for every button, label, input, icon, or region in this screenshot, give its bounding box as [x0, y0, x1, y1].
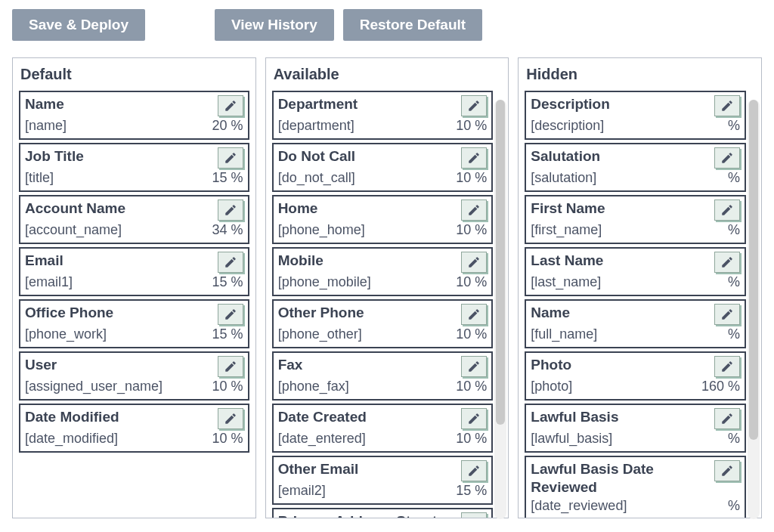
pencil-icon[interactable]	[461, 147, 487, 169]
field-tech-name: [lawful_basis]	[531, 431, 612, 447]
field-label: Email	[25, 252, 68, 270]
field-item[interactable]: Mobile[phone_mobile]10 %	[272, 247, 494, 296]
field-item[interactable]: Salutation[salutation]%	[525, 143, 746, 192]
pencil-icon[interactable]	[461, 200, 487, 221]
save-deploy-button[interactable]: Save & Deploy	[12, 9, 145, 41]
field-item[interactable]: Account Name[account_name]34 %	[19, 195, 249, 244]
pencil-icon[interactable]	[714, 147, 740, 169]
pencil-icon[interactable]	[218, 304, 243, 325]
pencil-icon[interactable]	[714, 460, 740, 481]
field-tech-name: [last_name]	[531, 274, 601, 290]
field-item[interactable]: Lawful Basis[lawful_basis]%	[525, 404, 746, 453]
field-width-pct: 10 %	[456, 118, 487, 134]
field-tech-name: [department]	[278, 118, 354, 134]
field-list[interactable]: Name[name]20 %Job Title[title]15 %Accoun…	[19, 91, 249, 453]
field-tech-name: [phone_fax]	[278, 379, 349, 394]
field-label: First Name	[531, 200, 609, 218]
field-item[interactable]: Primary Address Street	[272, 508, 494, 518]
pencil-icon[interactable]	[461, 304, 487, 325]
field-list[interactable]: Department[department]10 %Do Not Call[do…	[272, 91, 494, 518]
field-item[interactable]: Date Created[date_entered]10 %	[272, 404, 494, 453]
restore-default-button[interactable]: Restore Default	[343, 9, 482, 41]
field-width-pct: 10 %	[212, 431, 243, 447]
pencil-icon[interactable]	[714, 408, 740, 429]
field-tech-name: [photo]	[531, 379, 572, 394]
field-item[interactable]: Date Modified[date_modified]10 %	[19, 404, 249, 453]
field-tech-name: [email1]	[25, 274, 73, 290]
field-label: Name	[25, 95, 69, 113]
field-item[interactable]: Do Not Call[do_not_call]10 %	[272, 143, 494, 192]
pencil-icon[interactable]	[714, 95, 740, 116]
field-width-pct: %	[728, 431, 740, 447]
pencil-icon[interactable]	[218, 252, 243, 273]
field-label: Description	[531, 95, 615, 113]
pencil-icon[interactable]	[461, 408, 487, 429]
field-tech-name: [date_entered]	[278, 431, 366, 447]
field-width-pct: 15 %	[212, 170, 243, 186]
pencil-icon[interactable]	[218, 408, 243, 429]
pencil-icon[interactable]	[461, 356, 487, 377]
field-item[interactable]: User[assigned_user_name]10 %	[19, 351, 249, 401]
field-item[interactable]: Fax[phone_fax]10 %	[272, 351, 494, 401]
field-list[interactable]: Description[description]%Salutation[salu…	[525, 91, 746, 518]
field-tech-name: [email2]	[278, 483, 326, 499]
field-item[interactable]: Name[full_name]%	[525, 299, 746, 348]
field-width-pct: 10 %	[456, 274, 487, 290]
field-tech-name: [full_name]	[531, 326, 597, 342]
field-width-pct: %	[728, 326, 740, 342]
field-item[interactable]: Department[department]10 %	[272, 91, 494, 140]
field-tech-name: [phone_work]	[25, 326, 107, 342]
pencil-icon[interactable]	[218, 95, 243, 116]
column-available: AvailableDepartment[department]10 %Do No…	[265, 57, 509, 518]
field-tech-name: [salutation]	[531, 170, 596, 186]
pencil-icon[interactable]	[218, 356, 243, 377]
field-label: Office Phone	[25, 304, 118, 322]
field-width-pct: %	[728, 274, 740, 290]
field-label: Do Not Call	[278, 147, 360, 165]
field-item[interactable]: First Name[first_name]%	[525, 195, 746, 244]
column-hidden: HiddenDescription[description]%Salutatio…	[518, 57, 762, 518]
column-title: Default	[20, 66, 249, 83]
field-width-pct: 10 %	[212, 379, 243, 394]
field-label: Other Email	[278, 460, 364, 478]
field-tech-name: [assigned_user_name]	[25, 379, 163, 394]
field-item[interactable]: Home[phone_home]10 %	[272, 195, 494, 244]
pencil-icon[interactable]	[714, 252, 740, 273]
field-item[interactable]: Other Phone[phone_other]10 %	[272, 299, 494, 348]
field-width-pct: 15 %	[212, 274, 243, 290]
pencil-icon[interactable]	[461, 252, 487, 273]
pencil-icon[interactable]	[461, 95, 487, 116]
field-item[interactable]: Other Email[email2]15 %	[272, 456, 494, 505]
pencil-icon[interactable]	[714, 304, 740, 325]
field-item[interactable]: Photo[photo]160 %	[525, 351, 746, 401]
field-width-pct: 10 %	[456, 379, 487, 394]
field-tech-name: [date_modified]	[25, 431, 118, 447]
pencil-icon[interactable]	[218, 147, 243, 169]
scrollbar[interactable]	[494, 100, 506, 519]
pencil-icon[interactable]	[714, 200, 740, 221]
field-tech-name: [phone_home]	[278, 222, 365, 238]
field-label: Date Modified	[25, 408, 124, 426]
pencil-icon[interactable]	[461, 512, 487, 518]
pencil-icon[interactable]	[461, 460, 487, 481]
scrollbar-thumb[interactable]	[496, 100, 505, 425]
scrollbar[interactable]	[748, 100, 760, 519]
field-label: Last Name	[531, 252, 608, 270]
field-item[interactable]: Email[email1]15 %	[19, 247, 249, 296]
field-label: Name	[531, 304, 574, 322]
pencil-icon[interactable]	[714, 356, 740, 377]
field-item[interactable]: Office Phone[phone_work]15 %	[19, 299, 249, 348]
pencil-icon[interactable]	[218, 200, 243, 221]
field-item[interactable]: Name[name]20 %	[19, 91, 249, 140]
field-label: Other Phone	[278, 304, 369, 322]
field-item[interactable]: Description[description]%	[525, 91, 746, 140]
field-item[interactable]: Lawful Basis Date Reviewed[date_reviewed…	[525, 456, 746, 518]
field-tech-name: [date_reviewed]	[531, 498, 627, 514]
field-item[interactable]: Job Title[title]15 %	[19, 143, 249, 192]
view-history-button[interactable]: View History	[215, 9, 334, 41]
column-title: Available	[274, 66, 494, 83]
columns-container: DefaultName[name]20 %Job Title[title]15 …	[12, 57, 762, 518]
field-width-pct: %	[728, 222, 740, 238]
scrollbar-thumb[interactable]	[749, 100, 758, 440]
field-item[interactable]: Last Name[last_name]%	[525, 247, 746, 296]
